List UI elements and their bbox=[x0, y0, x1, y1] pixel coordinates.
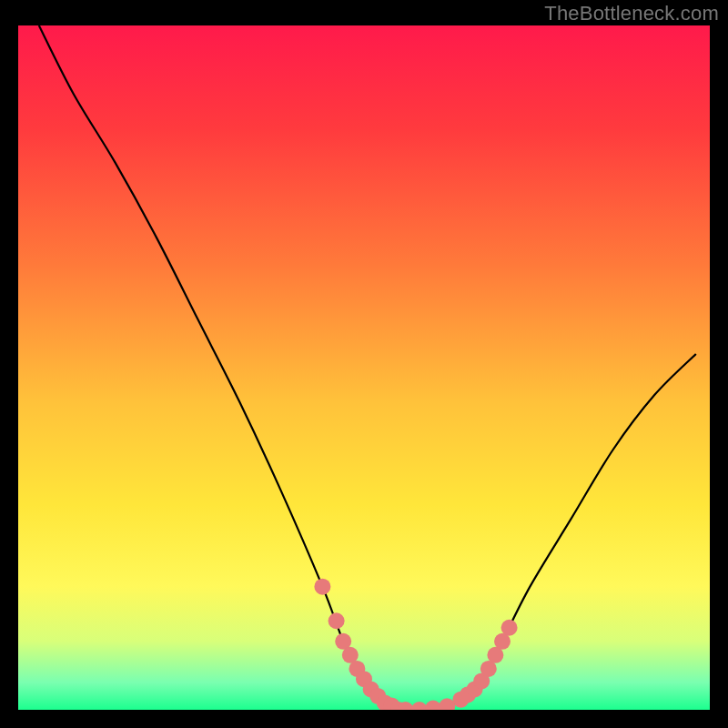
plot-area bbox=[18, 25, 710, 710]
chart-overlay bbox=[18, 25, 710, 710]
highlight-markers bbox=[314, 579, 517, 710]
chart-stage: TheBottleneck.com bbox=[0, 0, 728, 728]
highlight-marker bbox=[501, 620, 518, 636]
highlight-marker bbox=[425, 700, 441, 710]
highlight-marker bbox=[314, 579, 330, 595]
curve-line bbox=[39, 25, 696, 710]
highlight-marker bbox=[329, 612, 345, 629]
attribution-text: TheBottleneck.com bbox=[544, 2, 719, 25]
